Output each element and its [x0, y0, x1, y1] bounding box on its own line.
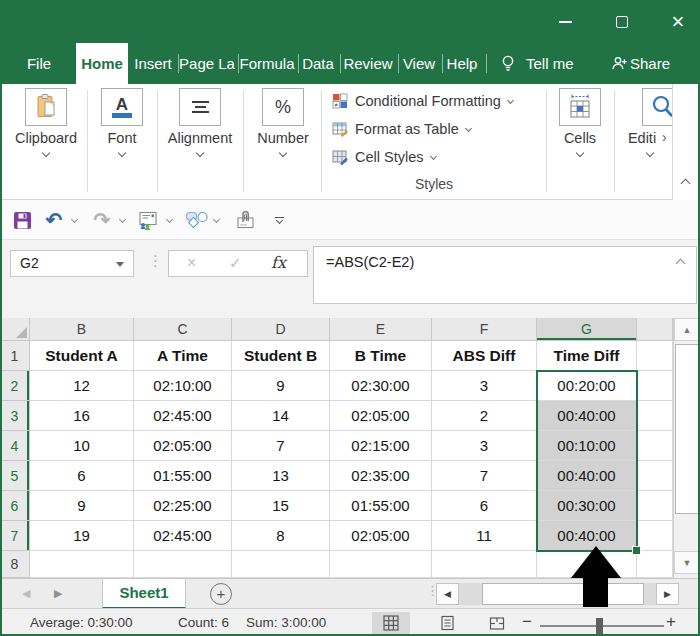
cell-clipped-6[interactable]: [637, 491, 673, 521]
cell-G6[interactable]: 00:30:00: [537, 491, 637, 521]
next-sheet-arrow[interactable]: ▶: [54, 587, 62, 600]
col-header-B[interactable]: B: [30, 318, 134, 341]
cell-D1[interactable]: Student B: [232, 341, 330, 371]
conditional-formatting-button[interactable]: ≠ Conditional Formatting: [332, 90, 513, 112]
vertical-scrollbar[interactable]: ▲ ▼: [673, 318, 700, 578]
cell-B1[interactable]: Student A: [30, 341, 134, 371]
cell-D6[interactable]: 15: [232, 491, 330, 521]
cell-F7[interactable]: 11: [432, 521, 537, 551]
tab-help[interactable]: Help: [442, 43, 482, 84]
cell-B3[interactable]: 16: [30, 401, 134, 431]
cell-B8[interactable]: [30, 551, 134, 578]
cell-clipped-1[interactable]: [637, 341, 673, 371]
tab-home[interactable]: Home: [76, 43, 128, 84]
col-header-F[interactable]: F: [432, 318, 537, 341]
cell-styles-button[interactable]: Cell Styles: [332, 146, 436, 168]
cell-E8[interactable]: [330, 551, 432, 578]
close-button[interactable]: ×: [658, 0, 698, 43]
enter-icon[interactable]: ✓: [229, 254, 242, 272]
scroll-down-button[interactable]: ▼: [674, 551, 700, 574]
tab-data[interactable]: Data: [298, 43, 338, 84]
formula-bar-input[interactable]: =ABS(C2-E2): [313, 246, 697, 304]
name-box-dropdown-icon[interactable]: [116, 262, 124, 267]
maximize-button[interactable]: [602, 0, 642, 43]
cell-G5[interactable]: 00:40:00: [537, 461, 637, 491]
cell-C1[interactable]: A Time: [134, 341, 232, 371]
cell-clipped-3[interactable]: [637, 401, 673, 431]
lightbulb-icon[interactable]: [496, 43, 520, 84]
cell-E7[interactable]: 02:05:00: [330, 521, 432, 551]
row-header-7[interactable]: 7: [0, 521, 30, 551]
cell-B4[interactable]: 10: [30, 431, 134, 461]
redo-dropdown-chevron[interactable]: [119, 216, 126, 223]
cell-D5[interactable]: 13: [232, 461, 330, 491]
cell-C6[interactable]: 02:25:00: [134, 491, 232, 521]
undo-dropdown-chevron[interactable]: [71, 216, 78, 223]
email-button[interactable]: [136, 208, 162, 232]
zoom-in-button[interactable]: +: [666, 612, 676, 632]
font-dropdown-chevron[interactable]: [118, 149, 126, 157]
col-header-E[interactable]: E: [330, 318, 432, 341]
normal-view-button[interactable]: [372, 612, 410, 634]
cell-G3[interactable]: 00:40:00: [537, 401, 637, 431]
cell-C3[interactable]: 02:45:00: [134, 401, 232, 431]
tab-page-layout[interactable]: Page La: [178, 43, 236, 84]
cell-E2[interactable]: 02:30:00: [330, 371, 432, 401]
cancel-icon[interactable]: ×: [187, 254, 196, 272]
tab-view[interactable]: View: [398, 43, 440, 84]
cell-F8[interactable]: [432, 551, 537, 578]
scroll-right-button[interactable]: ▶: [656, 583, 679, 605]
cell-E4[interactable]: 02:15:00: [330, 431, 432, 461]
zoom-slider-handle[interactable]: [596, 618, 603, 634]
cells-dropdown-chevron[interactable]: [576, 149, 584, 157]
shapes-dropdown-chevron[interactable]: [213, 216, 220, 223]
redo-button[interactable]: ↷: [90, 208, 114, 232]
cell-F4[interactable]: 3: [432, 431, 537, 461]
page-break-view-button[interactable]: [478, 612, 516, 634]
editing-group-button[interactable]: Editi ›: [614, 84, 672, 200]
clipboard-group-button[interactable]: Clipboard: [6, 84, 86, 200]
cell-clipped-2[interactable]: [637, 371, 673, 401]
row-header-2[interactable]: 2: [0, 371, 30, 401]
previous-sheet-arrow[interactable]: ◀: [22, 587, 30, 600]
row-header-3[interactable]: 3: [0, 401, 30, 431]
attach-button[interactable]: [232, 208, 260, 232]
cell-E3[interactable]: 02:05:00: [330, 401, 432, 431]
cell-D3[interactable]: 14: [232, 401, 330, 431]
cell-F5[interactable]: 7: [432, 461, 537, 491]
undo-button[interactable]: ↶: [42, 208, 66, 232]
cell-E1[interactable]: B Time: [330, 341, 432, 371]
cells-group-button[interactable]: Cells: [547, 84, 613, 200]
cell-D7[interactable]: 8: [232, 521, 330, 551]
col-header-G[interactable]: G: [537, 318, 637, 341]
tab-formulas[interactable]: Formula: [238, 43, 296, 84]
format-as-table-button[interactable]: Format as Table: [332, 118, 471, 140]
cell-B5[interactable]: 6: [30, 461, 134, 491]
page-layout-view-button[interactable]: [428, 612, 466, 634]
cell-B2[interactable]: 12: [30, 371, 134, 401]
cell-clipped-5[interactable]: [637, 461, 673, 491]
cell-clipped8[interactable]: [637, 551, 673, 578]
cell-G7[interactable]: 00:40:00: [537, 521, 637, 551]
cell-C5[interactable]: 01:55:00: [134, 461, 232, 491]
horizontal-scroll-thumb[interactable]: [482, 583, 644, 605]
cell-F1[interactable]: ABS Diff: [432, 341, 537, 371]
save-button[interactable]: [10, 208, 34, 232]
formula-bar-drag-handle[interactable]: ⋮: [148, 252, 163, 270]
cell-C2[interactable]: 02:10:00: [134, 371, 232, 401]
cell-D8[interactable]: [232, 551, 330, 578]
vertical-scroll-thumb[interactable]: [675, 344, 699, 514]
alignment-group-button[interactable]: Alignment: [158, 84, 242, 200]
cell-G4[interactable]: 00:10:00: [537, 431, 637, 461]
collapse-ribbon-chevron[interactable]: [681, 179, 691, 189]
fill-handle[interactable]: [632, 546, 641, 555]
customize-toolbar-button[interactable]: [270, 208, 288, 232]
cell-D4[interactable]: 7: [232, 431, 330, 461]
select-all-corner[interactable]: [0, 318, 30, 341]
share-person-icon[interactable]: [608, 43, 630, 84]
cell-F3[interactable]: 2: [432, 401, 537, 431]
cell-C8[interactable]: [134, 551, 232, 578]
scroll-left-button[interactable]: ◀: [436, 583, 459, 605]
alignment-dropdown-chevron[interactable]: [196, 149, 204, 157]
number-dropdown-chevron[interactable]: [279, 149, 287, 157]
